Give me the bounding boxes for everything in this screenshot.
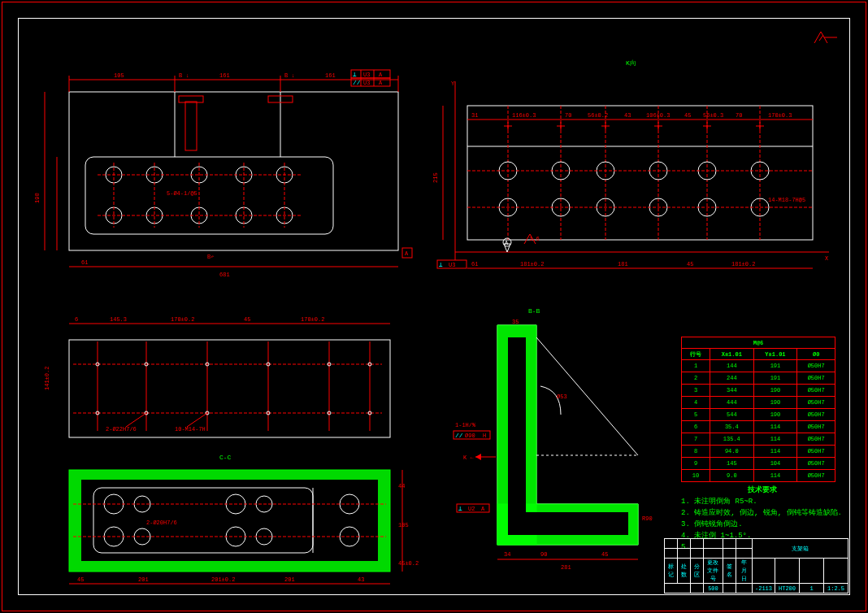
svg-text:A: A [481, 506, 485, 512]
svg-text:U3: U3 [363, 72, 370, 78]
svg-text:Ø90: Ø90 [465, 433, 475, 439]
svg-text:B↶: B↶ [207, 254, 214, 260]
svg-text:⊥: ⊥ [353, 71, 357, 78]
svg-text:170±0.2: 170±0.2 [301, 316, 324, 323]
svg-text:70: 70 [736, 112, 742, 119]
svg-text:B ↓: B ↓ [284, 72, 295, 79]
svg-text:U3: U3 [449, 262, 455, 268]
svg-text:31: 31 [471, 112, 478, 119]
svg-text:170±0.2: 170±0.2 [171, 316, 194, 323]
svg-text:170±0.3: 170±0.3 [768, 112, 792, 119]
svg-text:201±0.2: 201±0.2 [211, 576, 235, 583]
title-block: 支架箱 标记处数 分区更改文件号 签名年月日 500 -2113 HT200 1… [664, 538, 848, 593]
view-section-bb: B-B Ø53 K ← // Ø90 H 1-1H/% ⊥ U2 A 34 90… [454, 307, 653, 571]
dim-105: 105 [114, 72, 124, 79]
svg-text:14-M18-7H@5: 14-M18-7H@5 [768, 197, 805, 203]
material: HT200 [775, 584, 800, 593]
note-3: 3. 倒钝锐角倒边. [681, 519, 844, 530]
svg-rect-117 [69, 340, 390, 437]
svg-text:106±0.3: 106±0.3 [646, 112, 670, 119]
svg-rect-178 [508, 337, 526, 533]
dim-161b: 161 [325, 72, 336, 79]
part-name: 支架箱 [752, 539, 848, 559]
svg-text:45: 45 [244, 316, 250, 323]
svg-text:45: 45 [684, 112, 691, 119]
hole-table: M@6 行号 X±1.01 Y±1.01 Ø0 1144191Ø50H7 224… [681, 337, 835, 482]
svg-text:A: A [405, 250, 409, 257]
svg-text:215: 215 [432, 172, 439, 183]
svg-text:201: 201 [138, 576, 149, 583]
svg-text:43: 43 [358, 576, 364, 583]
svg-text:5-Ø4-1/@5: 5-Ø4-1/@5 [167, 190, 197, 197]
svg-text:45: 45 [77, 576, 84, 583]
drawing-no: -2113 [752, 584, 775, 593]
svg-text://: // [353, 79, 361, 86]
svg-text:Ø53: Ø53 [557, 393, 567, 400]
note-2: 2. 铸造应时效, 倒边, 锐角, 倒钝等铸造缺陷. [681, 507, 844, 519]
dim-161a: 161 [219, 72, 230, 79]
svg-text:Y: Y [451, 80, 455, 87]
svg-rect-4 [185, 102, 197, 150]
svg-text:B ↓: B ↓ [179, 72, 189, 79]
svg-text:190: 190 [34, 193, 41, 203]
svg-line-180 [536, 337, 638, 455]
svg-line-147 [187, 413, 207, 427]
svg-text:H: H [483, 433, 486, 439]
view-section-cc: C-C 45 201 201±0.2 201 43 44 105 45±0. [69, 454, 419, 584]
svg-text:2-Ø22H7/6: 2-Ø22H7/6 [106, 426, 137, 433]
view-top-right: K向 Y X [432, 59, 829, 268]
svg-text:2-Ø20H7/6: 2-Ø20H7/6 [146, 520, 177, 526]
svg-rect-150 [81, 480, 378, 561]
view-top-left: 105 B ↓ 161 B ↓ 161 190 61 681 ⊥ U3 A //… [34, 70, 412, 278]
svg-text:X: X [825, 255, 829, 262]
svg-text:1.6: 1.6 [529, 236, 540, 242]
view-label-cc: C-C [219, 454, 232, 461]
svg-text:681: 681 [219, 272, 230, 278]
svg-text:⊥: ⊥ [439, 261, 443, 268]
svg-text:70: 70 [565, 112, 571, 119]
svg-text:201: 201 [284, 576, 295, 583]
svg-text:281: 281 [561, 564, 571, 571]
svg-text:⊥: ⊥ [458, 505, 462, 512]
notes-title: 技术要求 [681, 485, 844, 496]
svg-text:K ←: K ← [463, 454, 474, 461]
svg-text:R90: R90 [642, 515, 653, 522]
svg-rect-37 [351, 70, 390, 78]
svg-text:181±0.2: 181±0.2 [731, 261, 755, 267]
qty: 1 [800, 584, 824, 593]
svg-rect-1 [85, 157, 333, 234]
svg-text:141±0.2: 141±0.2 [44, 367, 50, 390]
note-1: 1. 未注明倒角 R5~R. [681, 496, 844, 507]
view-mid-left: 6 145.3 170±0.2 45 170±0.2 141±0.2 2-Ø22… [44, 316, 390, 437]
svg-text:U2: U2 [468, 506, 475, 512]
svg-text:A: A [379, 72, 383, 78]
svg-text:45: 45 [601, 551, 608, 558]
svg-text:181: 181 [618, 261, 628, 267]
scale: 1:2.5 [824, 584, 848, 593]
svg-text:116±0.3: 116±0.3 [512, 112, 536, 119]
svg-text:1-1H/%: 1-1H/% [455, 422, 476, 428]
svg-text:45: 45 [687, 261, 693, 267]
svg-text:10-M14-7H: 10-M14-7H [175, 426, 206, 433]
svg-text:61: 61 [81, 259, 88, 266]
svg-text:181±0.2: 181±0.2 [520, 261, 544, 267]
view-label-bb: B-B [528, 307, 540, 315]
svg-text:U3: U3 [363, 80, 370, 86]
svg-text:145.3: 145.3 [110, 316, 127, 323]
hole-table-title: M@6 [682, 337, 835, 349]
svg-text:44: 44 [398, 483, 405, 489]
svg-text:105: 105 [398, 522, 409, 528]
svg-text:61: 61 [471, 261, 478, 267]
svg-rect-179 [508, 512, 628, 535]
svg-text:43: 43 [624, 112, 631, 119]
svg-text:45±0.2: 45±0.2 [398, 560, 419, 567]
svg-text:A: A [505, 240, 509, 246]
svg-text:6: 6 [75, 316, 78, 323]
svg-text:A: A [379, 80, 383, 86]
svg-text://: // [455, 432, 463, 439]
view-label-k: K向 [626, 59, 636, 67]
svg-text:56±0.2: 56±0.2 [588, 112, 608, 119]
svg-text:34: 34 [504, 551, 510, 558]
svg-text:56±0.3: 56±0.3 [703, 112, 723, 119]
svg-text:35: 35 [512, 319, 519, 325]
